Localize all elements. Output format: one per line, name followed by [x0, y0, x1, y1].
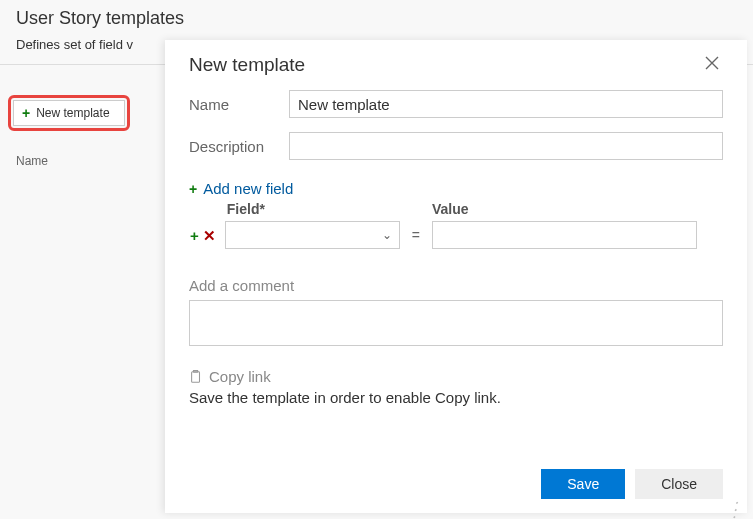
- column-header-name: Name: [16, 154, 48, 168]
- close-button[interactable]: Close: [635, 469, 723, 499]
- description-label: Description: [189, 138, 289, 155]
- close-icon[interactable]: [701, 54, 723, 76]
- copy-link-label: Copy link: [209, 368, 271, 385]
- add-row-button[interactable]: +: [189, 228, 200, 243]
- comment-label: Add a comment: [189, 277, 723, 294]
- save-button[interactable]: Save: [541, 469, 625, 499]
- field-select[interactable]: [225, 221, 400, 249]
- field-row: + ✕ Field* ⌄ = Value: [189, 201, 723, 249]
- copy-link-hint: Save the template in order to enable Cop…: [189, 389, 723, 406]
- resize-grip-icon[interactable]: ⋰: [724, 501, 745, 519]
- page-title: User Story templates: [0, 0, 753, 33]
- new-template-button-label: New template: [36, 106, 109, 120]
- add-field-link[interactable]: + Add new field: [189, 180, 723, 197]
- value-column-header: Value: [432, 201, 697, 217]
- field-column-header: Field*: [225, 201, 400, 217]
- copy-link-button: Copy link: [189, 368, 723, 385]
- description-input[interactable]: [289, 132, 723, 160]
- remove-row-button[interactable]: ✕: [202, 228, 217, 243]
- new-template-button[interactable]: + New template: [13, 100, 125, 126]
- value-input[interactable]: [432, 221, 697, 249]
- svg-rect-0: [192, 371, 200, 382]
- plus-icon: +: [189, 182, 197, 196]
- dialog-title: New template: [189, 54, 305, 76]
- equals-label: =: [408, 227, 424, 249]
- plus-icon: +: [22, 106, 30, 120]
- comment-input[interactable]: [189, 300, 723, 346]
- add-field-link-label: Add new field: [203, 180, 293, 197]
- name-input[interactable]: [289, 90, 723, 118]
- callout-highlight: + New template: [8, 95, 130, 131]
- new-template-dialog: New template Name Description + Add new …: [165, 40, 747, 513]
- link-icon: [189, 370, 203, 384]
- name-label: Name: [189, 96, 289, 113]
